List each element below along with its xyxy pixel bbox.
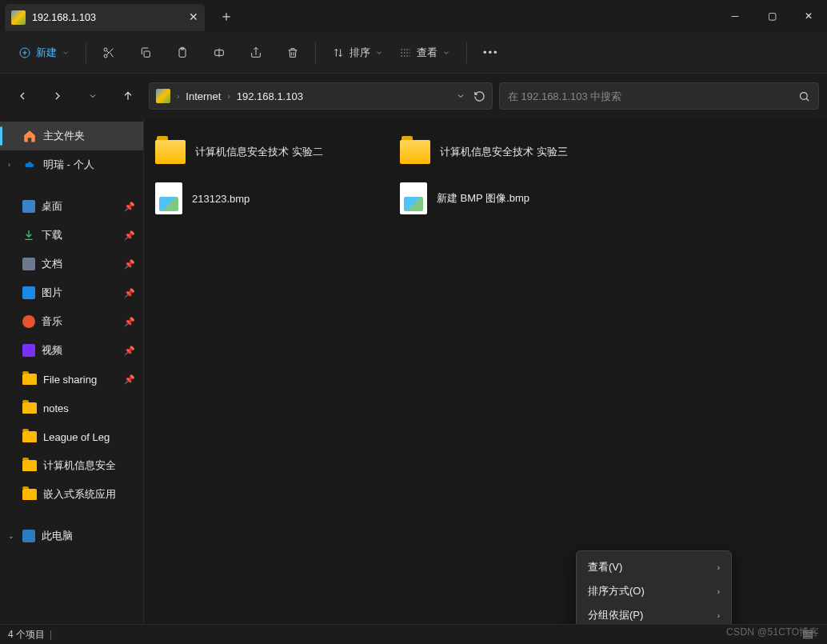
sort-icon <box>332 46 345 59</box>
chevron-right-icon: › <box>8 161 16 169</box>
breadcrumb-leaf[interactable]: 192.168.1.103 <box>237 90 303 102</box>
pin-icon: 📌 <box>124 374 135 385</box>
pin-icon: 📌 <box>124 346 135 356</box>
view-icon <box>399 46 412 59</box>
sidebar-home[interactable]: 主文件夹 <box>0 122 143 150</box>
window-tab[interactable]: 192.168.1.103 ✕ <box>5 4 205 31</box>
search-box[interactable] <box>499 82 819 110</box>
sidebar-this-pc[interactable]: ⌄ 此电脑 <box>0 522 143 550</box>
sidebar-item-league[interactable]: League of Leg <box>0 422 143 451</box>
breadcrumb-root[interactable]: Internet <box>186 90 221 102</box>
sidebar-item-label: notes <box>43 402 69 414</box>
sidebar-item-label: File sharing <box>43 374 97 386</box>
forward-button[interactable] <box>43 82 72 110</box>
svg-point-2 <box>104 54 107 58</box>
folder-icon <box>22 431 37 442</box>
share-button[interactable] <box>243 42 269 64</box>
chevron-right-icon: › <box>227 92 230 101</box>
title-bar: 192.168.1.103 ✕ ＋ ─ ▢ ✕ <box>0 0 827 32</box>
sidebar-item-label: 主文件夹 <box>43 129 85 143</box>
details-view-icon[interactable] <box>801 628 814 641</box>
chevron-right-icon: › <box>717 587 720 596</box>
file-item-image[interactable]: 213123.bmp <box>152 181 392 216</box>
toolbar-divider <box>86 42 86 63</box>
folder-icon <box>22 489 37 500</box>
download-icon <box>22 229 35 242</box>
pin-icon: 📌 <box>124 202 135 212</box>
sidebar: 主文件夹 › 明瑞 - 个人 桌面 📌 下载 📌 文档 📌 <box>0 118 144 624</box>
sidebar-item-label: 计算机信息安全 <box>43 458 116 473</box>
sidebar-item-pictures[interactable]: 图片 📌 <box>0 278 143 307</box>
new-button[interactable]: 新建 <box>12 41 76 65</box>
file-grid: 计算机信息安全技术 实验二 计算机信息安全技术 实验三 213123.bmp 新… <box>152 134 819 216</box>
document-icon <box>22 258 35 270</box>
cut-button[interactable] <box>96 42 122 64</box>
search-input[interactable] <box>508 90 798 102</box>
more-button[interactable]: ••• <box>477 42 505 63</box>
music-icon <box>22 315 35 328</box>
folder-icon <box>22 460 37 471</box>
sidebar-onedrive[interactable]: › 明瑞 - 个人 <box>0 150 143 179</box>
close-tab-icon[interactable]: ✕ <box>189 10 198 23</box>
address-bar[interactable]: › Internet › 192.168.1.103 <box>149 82 493 110</box>
rename-button[interactable] <box>206 42 232 64</box>
sidebar-item-label: 桌面 <box>42 199 62 214</box>
sidebar-item-security[interactable]: 计算机信息安全 <box>0 451 143 480</box>
new-tab-button[interactable]: ＋ <box>219 6 234 26</box>
file-name: 计算机信息安全技术 实验三 <box>440 145 568 159</box>
context-menu: 查看(V)›排序方式(O)›分组依据(P)›刷新(E)粘贴(P)登录(A)...… <box>576 550 732 624</box>
sidebar-item-label: 此电脑 <box>42 529 73 543</box>
sidebar-item-documents[interactable]: 文档 📌 <box>0 250 143 278</box>
svg-rect-10 <box>804 634 813 635</box>
plus-circle-icon <box>18 46 31 59</box>
view-button[interactable]: 查看 <box>393 41 457 65</box>
copy-button[interactable] <box>133 42 158 64</box>
share-icon <box>250 46 262 59</box>
cloud-icon <box>22 160 37 170</box>
folder-icon <box>22 402 37 414</box>
trash-icon <box>286 46 299 59</box>
chevron-down-icon: ⌄ <box>8 532 16 540</box>
search-icon[interactable] <box>798 90 810 102</box>
file-item-image[interactable]: 新建 BMP 图像.bmp <box>397 181 637 216</box>
sidebar-item-videos[interactable]: 视频 📌 <box>0 336 143 365</box>
toolbar-divider <box>466 42 467 63</box>
file-pane[interactable]: 计算机信息安全技术 实验二 计算机信息安全技术 实验三 213123.bmp 新… <box>144 118 827 624</box>
back-button[interactable] <box>8 82 37 110</box>
maximize-button[interactable]: ▢ <box>753 0 790 32</box>
chevron-down-icon[interactable] <box>456 91 465 101</box>
context-menu-item[interactable]: 查看(V)› <box>577 555 731 579</box>
network-folder-icon <box>11 10 26 25</box>
context-menu-item[interactable]: 分组依据(P)› <box>577 603 731 624</box>
delete-button[interactable] <box>280 42 306 64</box>
minimize-button[interactable]: ─ <box>717 0 753 32</box>
pin-icon: 📌 <box>124 230 135 241</box>
folder-icon <box>400 140 430 164</box>
sidebar-item-file-sharing[interactable]: File sharing 📌 <box>0 365 143 394</box>
file-item-folder[interactable]: 计算机信息安全技术 实验三 <box>397 134 637 170</box>
image-file-icon <box>155 182 182 214</box>
folder-icon <box>22 374 37 385</box>
sidebar-item-embedded[interactable]: 嵌入式系统应用 <box>0 480 143 509</box>
video-icon <box>22 344 35 357</box>
up-button[interactable] <box>114 82 142 110</box>
paste-button[interactable] <box>170 42 195 64</box>
context-menu-item[interactable]: 排序方式(O)› <box>577 579 731 603</box>
sort-button[interactable]: 排序 <box>326 41 390 65</box>
home-icon <box>22 129 37 143</box>
chevron-right-icon: › <box>717 563 720 572</box>
refresh-icon[interactable] <box>473 90 485 102</box>
sidebar-item-notes[interactable]: notes <box>0 394 143 422</box>
tab-title: 192.168.1.103 <box>32 12 96 23</box>
chevron-right-icon: › <box>177 92 179 101</box>
sidebar-item-desktop[interactable]: 桌面 📌 <box>0 192 143 221</box>
sidebar-item-downloads[interactable]: 下载 📌 <box>0 221 143 250</box>
svg-point-7 <box>801 92 808 99</box>
copy-icon <box>139 46 152 59</box>
close-window-button[interactable]: ✕ <box>790 0 827 32</box>
svg-point-1 <box>104 48 107 51</box>
sidebar-item-music[interactable]: 音乐 📌 <box>0 307 143 336</box>
item-count: 4 个项目 <box>8 628 45 642</box>
file-item-folder[interactable]: 计算机信息安全技术 实验二 <box>152 134 392 170</box>
recent-button[interactable] <box>78 82 107 110</box>
